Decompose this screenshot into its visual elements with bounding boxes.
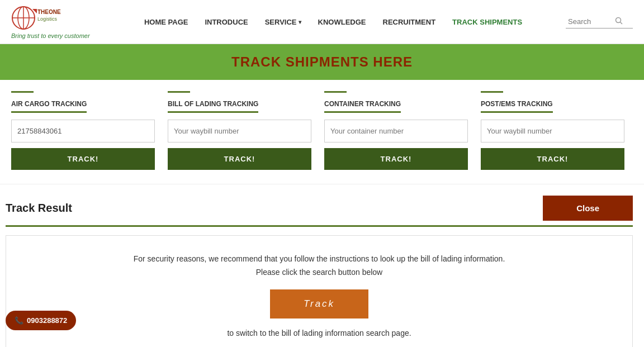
nav-introduce[interactable]: INTRODUCE [205,18,248,26]
svg-line-8 [621,22,623,24]
post-ems-input-wrapper [481,120,624,142]
bol-divider [168,91,190,93]
result-header: Track Result Close [6,196,633,227]
air-cargo-input[interactable] [14,122,152,140]
banner-title: TRACK SHIPMENTS HERE [231,54,413,69]
result-box: For security reasons, we recommend that … [6,235,633,347]
air-cargo-label: AIR CARGO TRACKING [11,100,87,113]
bill-of-lading-card: BILL OF LADING TRACKING TRACK! [163,91,320,178]
bol-label: BILL OF LADING TRACKING [168,100,258,113]
search-input[interactable] [568,17,613,26]
nav-track-shipments[interactable]: TRACK SHIPMENTS [452,18,522,26]
container-track-button[interactable]: TRACK! [324,148,468,170]
result-switch-text: to switch to the bill of lading informat… [17,329,621,338]
track-orange-button[interactable]: Track [270,289,368,319]
banner: TRACK SHIPMENTS HERE [0,44,644,80]
post-ems-card: POST/EMS TRACKING TRACK! [476,91,633,178]
air-cargo-card: AIR CARGO TRACKING TRACK! [11,91,163,178]
bol-track-button[interactable]: TRACK! [168,148,311,170]
post-ems-track-button[interactable]: TRACK! [481,148,624,170]
post-ems-input[interactable] [484,122,622,140]
close-button[interactable]: Close [543,196,633,221]
result-title: Track Result [6,202,72,215]
container-label: CONTAINER TRACKING [324,100,401,113]
logo-area: THEONE Logistics Bring trust to every cu… [11,4,101,39]
container-input[interactable] [327,122,465,140]
container-card: CONTAINER TRACKING TRACK! [320,91,476,178]
svg-text:Logistics: Logistics [37,16,58,22]
logo-icon: THEONE Logistics [11,4,61,31]
tracking-section: AIR CARGO TRACKING TRACK! BILL OF LADING… [0,80,644,184]
svg-text:THEONE: THEONE [37,9,61,15]
bol-input[interactable] [171,122,309,140]
phone-button[interactable]: 📞 0903288872 [6,311,76,330]
container-divider [324,91,347,93]
result-info-text: For security reasons, we recommend that … [17,253,621,279]
search-area [566,16,633,28]
search-icon[interactable] [615,17,623,27]
main-nav: HOME PAGE INTRODUCE SERVICE ▾ KNOWLEDGE … [101,18,566,26]
container-input-wrapper [324,120,468,142]
logo-tagline: Bring trust to every customer [11,32,90,39]
bol-input-wrapper [168,120,311,142]
header: THEONE Logistics Bring trust to every cu… [0,0,644,44]
post-ems-label: POST/EMS TRACKING [481,100,553,113]
nav-home[interactable]: HOME PAGE [144,18,188,26]
air-cargo-track-button[interactable]: TRACK! [11,148,155,170]
post-ems-divider [481,91,503,93]
nav-knowledge[interactable]: KNOWLEDGE [318,18,366,26]
result-section: Track Result Close For security reasons,… [0,184,644,347]
phone-number: 0903288872 [27,316,67,325]
nav-recruitment[interactable]: RECRUITMENT [383,18,436,26]
svg-point-7 [616,17,621,22]
air-cargo-divider [11,91,34,93]
air-cargo-input-wrapper [11,120,155,142]
phone-icon: 📞 [15,316,23,325]
nav-service[interactable]: SERVICE ▾ [265,18,301,26]
chevron-down-icon: ▾ [299,19,301,25]
